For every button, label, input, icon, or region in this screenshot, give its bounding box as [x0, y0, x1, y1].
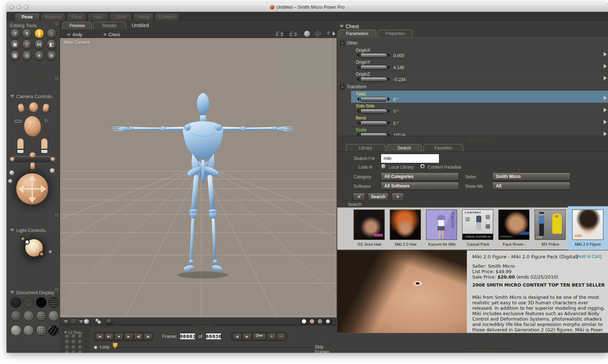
- tab-render[interactable]: Render: [93, 22, 126, 29]
- next-results-button[interactable]: >: [392, 193, 404, 201]
- dial-increment[interactable]: [388, 77, 390, 81]
- display-cartoon-icon[interactable]: [48, 310, 59, 321]
- grouping-tool-icon[interactable]: ▦: [10, 51, 20, 60]
- first-frame-button[interactable]: |◀: [95, 333, 104, 340]
- next-key-button[interactable]: ▶: [242, 333, 252, 340]
- light-3-dot[interactable]: [39, 251, 44, 257]
- camera-select-dot[interactable]: [50, 168, 55, 173]
- 3d-viewport[interactable]: Main Camera: [60, 38, 337, 317]
- multi-sphere-icon[interactable]: [98, 321, 101, 324]
- document-display-header[interactable]: Document Display: [10, 289, 55, 296]
- tab-content[interactable]: Content: [155, 13, 179, 21]
- dial-decrement[interactable]: [357, 53, 359, 58]
- param-value[interactable]: 0 °: [393, 121, 399, 126]
- tab-pose[interactable]: Pose: [14, 13, 40, 21]
- dark-sphere-icon[interactable]: [106, 319, 112, 324]
- camera-controls-expand-icon[interactable]: [55, 77, 58, 80]
- tab-face[interactable]: Face: [67, 13, 87, 21]
- tracking-dot-full[interactable]: [302, 319, 306, 323]
- param-dial[interactable]: [360, 121, 387, 126]
- panel-flyout-arrow-icon[interactable]: [333, 31, 335, 36]
- last-frame-button[interactable]: ▶|: [105, 333, 114, 340]
- left-hand-control[interactable]: [17, 139, 24, 153]
- dial-increment[interactable]: [388, 109, 390, 113]
- local-library-radio[interactable]: [381, 164, 386, 169]
- result-item[interactable]: Miki 2.0 Hair: [388, 208, 423, 250]
- param-dial[interactable]: [360, 109, 387, 114]
- trackball-icon[interactable]: [304, 31, 310, 37]
- play-button[interactable]: ▶: [124, 333, 133, 340]
- display-flat-lined-icon[interactable]: [36, 310, 47, 321]
- dial-increment[interactable]: [388, 97, 390, 101]
- translate-pull-tool-icon[interactable]: ╋: [34, 29, 44, 38]
- param-menu-arrow[interactable]: [604, 76, 607, 80]
- group-collapse-toggle[interactable]: −: [340, 41, 345, 45]
- param-menu-arrow[interactable]: [604, 120, 607, 124]
- param-value[interactable]: 0.000: [393, 53, 404, 58]
- display-flat-shaded-icon[interactable]: [23, 310, 34, 321]
- library-drawer-handle[interactable]: [470, 348, 493, 350]
- param-value[interactable]: 4.145: [393, 65, 404, 70]
- camera-view-icon[interactable]: [274, 30, 284, 37]
- tab-parameters[interactable]: Parameters: [338, 30, 376, 37]
- camera-select-dot[interactable]: [8, 179, 12, 183]
- section-drag-handle[interactable]: [21, 74, 45, 76]
- element-header[interactable]: Chest: [339, 23, 359, 30]
- right-hand-control[interactable]: [41, 139, 47, 153]
- param-value[interactable]: -0.234: [393, 77, 406, 82]
- tab-material[interactable]: Material: [41, 13, 66, 21]
- result-item-selected[interactable]: miki Miki 2.0 Figure: [568, 206, 608, 250]
- display-style-menu-icon[interactable]: [79, 320, 83, 323]
- tab-cloth[interactable]: Cloth: [109, 13, 132, 21]
- color-tool-icon[interactable]: ◧: [47, 39, 56, 49]
- key-icon[interactable]: [14, 120, 22, 123]
- figure-pill-icon[interactable]: [327, 31, 330, 37]
- category-dropdown[interactable]: All Categories: [381, 173, 459, 181]
- camera-controls-header[interactable]: Camera Controls.: [10, 93, 53, 100]
- param-menu-arrow[interactable]: [604, 132, 607, 136]
- result-item[interactable]: Kazumi Kazumi for Miki: [424, 208, 460, 250]
- result-item[interactable]: smith M2 Police: [533, 208, 568, 250]
- param-dial[interactable]: [360, 133, 387, 136]
- translate-inout-tool-icon[interactable]: ↕: [47, 29, 56, 38]
- seller-dropdown[interactable]: Smith Micro: [492, 173, 570, 181]
- display-wireframe-icon[interactable]: [36, 297, 47, 308]
- step-forward-button[interactable]: |▶: [144, 333, 153, 340]
- search-button[interactable]: Search: [368, 193, 389, 201]
- loop-toggle[interactable]: [94, 346, 97, 349]
- param-menu-arrow[interactable]: [604, 108, 607, 112]
- param-dial[interactable]: [360, 97, 387, 102]
- dial-decrement[interactable]: [357, 97, 359, 101]
- software-dropdown[interactable]: All Software: [381, 182, 459, 190]
- dial-decrement[interactable]: [357, 109, 359, 113]
- display-lit-wireframe-icon[interactable]: [10, 310, 21, 321]
- step-back-button[interactable]: ◀|: [134, 333, 143, 340]
- ui-dot[interactable]: [78, 334, 83, 339]
- ui-dot[interactable]: [71, 334, 76, 339]
- edit-keyframes-button[interactable]: [253, 333, 266, 340]
- tab-hair[interactable]: Hair: [88, 13, 109, 21]
- dial-increment[interactable]: [388, 121, 390, 125]
- param-value[interactable]: 100 %: [393, 133, 406, 136]
- scale-tool-icon[interactable]: ▣: [10, 39, 20, 49]
- result-item[interactable]: smithmicro Face Room -: [497, 208, 532, 250]
- ui-dot[interactable]: [71, 351, 76, 353]
- actor-menu[interactable]: Andy: [67, 31, 82, 38]
- dial-decrement[interactable]: [357, 121, 359, 125]
- view-magnifier-tool-icon[interactable]: ◎: [22, 51, 32, 60]
- ui-dot[interactable]: [71, 340, 76, 344]
- display-silhouette-icon[interactable]: [10, 297, 21, 308]
- tracking-dot-wire[interactable]: [318, 319, 322, 323]
- previous-results-button[interactable]: <: [353, 193, 365, 201]
- param-value[interactable]: 0 °: [393, 109, 399, 114]
- left-hand-camera-icon[interactable]: [18, 103, 25, 113]
- rotate-tool-icon[interactable]: ↺: [10, 29, 20, 38]
- param-menu-arrow[interactable]: [604, 96, 607, 100]
- ui-dot[interactable]: [71, 345, 76, 350]
- show-me-dropdown[interactable]: All: [492, 182, 570, 190]
- previous-key-button[interactable]: ◀: [232, 333, 242, 340]
- light-controls-header[interactable]: Light Controls.: [10, 227, 47, 233]
- ui-dot[interactable]: [65, 345, 70, 350]
- display-smooth-shaded-icon[interactable]: [10, 325, 21, 336]
- rotate-camera-icon[interactable]: ↻: [44, 118, 48, 123]
